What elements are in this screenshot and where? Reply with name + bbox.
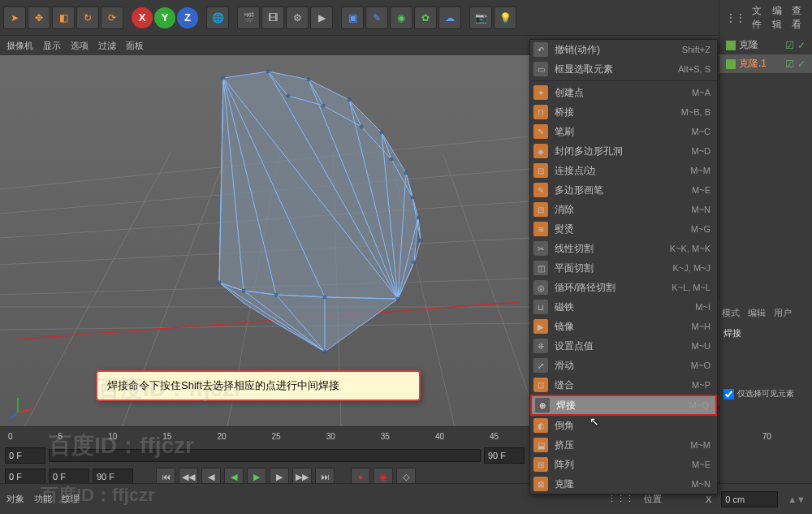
- svg-point-55: [390, 158, 394, 162]
- render-region-icon[interactable]: 🎞: [261, 6, 284, 29]
- context-menu-item[interactable]: ◐倒角: [530, 416, 717, 435]
- display-menu[interactable]: 显示: [43, 40, 61, 52]
- hierarchy-item[interactable]: 克隆.1 ☑✓: [719, 54, 812, 73]
- object-manager-header: ⋮⋮ 文件 编辑 查看: [719, 0, 812, 36]
- rotate-tool-icon[interactable]: ↻: [76, 6, 99, 29]
- end-frame-input[interactable]: [484, 447, 525, 464]
- filter-menu[interactable]: 过滤: [98, 40, 116, 52]
- svg-line-58: [18, 409, 32, 412]
- context-menu-item[interactable]: ◎循环/路径切割K~L, M~L: [530, 278, 717, 297]
- timeline-slider[interactable]: [49, 449, 481, 462]
- x-label: X: [706, 495, 711, 504]
- menu-item-shortcut: M~U: [691, 341, 710, 351]
- menu-item-icon: ◎: [533, 280, 548, 295]
- axis-x-button[interactable]: X: [132, 7, 153, 28]
- scale-tool-icon[interactable]: ◧: [52, 6, 75, 29]
- menu-item-label: 熨烫: [555, 222, 685, 236]
- context-menu-item[interactable]: ◫平面切割K~J, M~J: [530, 258, 717, 278]
- timeline-ruler[interactable]: 0510152025303540455055606570758085: [0, 427, 529, 445]
- context-menu-item[interactable]: ✂线性切割K~K, M~K: [530, 239, 717, 258]
- svg-point-56: [411, 196, 415, 200]
- object-label: 克隆.1: [739, 57, 767, 71]
- options-menu[interactable]: 选项: [71, 40, 89, 52]
- menu-item-label: 循环/路径切割: [555, 281, 665, 295]
- cube-primitive-icon[interactable]: ▣: [341, 6, 364, 29]
- context-menu-item[interactable]: ✎笔刷M~C: [530, 122, 717, 141]
- ruler-tick: 5: [58, 432, 63, 441]
- deformer-icon[interactable]: ✿: [414, 6, 437, 29]
- cloner-icon: [726, 59, 736, 69]
- render-settings-icon[interactable]: ⚙: [286, 6, 309, 29]
- start-frame-input[interactable]: [5, 447, 45, 464]
- coord-system-icon[interactable]: 🌐: [206, 6, 229, 29]
- only-visible-checkbox[interactable]: [723, 389, 734, 400]
- menu-item-icon: ⊡: [533, 163, 548, 178]
- context-menu-item[interactable]: ▶镜像M~H: [530, 317, 717, 336]
- generator-icon[interactable]: ◉: [390, 6, 412, 29]
- current-frame-input[interactable]: [49, 469, 89, 485]
- only-visible-label: 仅选择可见元素: [737, 388, 794, 400]
- context-menu-item[interactable]: ⬓挤压M~M: [530, 435, 717, 455]
- recent-tool-icon[interactable]: ⟳: [101, 6, 123, 29]
- context-menu-item[interactable]: ⁜设置点值M~U: [530, 336, 717, 356]
- context-menu-item[interactable]: ✎多边形画笔M~E: [530, 180, 717, 200]
- context-menu-item[interactable]: ⊕焊接M~Q: [530, 395, 717, 416]
- context-menu-item[interactable]: ⊞阵列M~E: [530, 455, 717, 474]
- menu-item-shortcut: M~P: [692, 380, 710, 390]
- tab-function[interactable]: 功能: [34, 493, 52, 505]
- camera-icon[interactable]: 📷: [469, 6, 492, 29]
- panel-menu[interactable]: 面板: [126, 40, 144, 52]
- context-menu-item[interactable]: ⊟消除M~N: [530, 200, 717, 219]
- context-menu-item[interactable]: ⤢滑动M~O: [530, 356, 717, 375]
- x-value-input[interactable]: [721, 491, 778, 508]
- picture-viewer-icon[interactable]: ▶: [310, 6, 333, 29]
- context-menu-item[interactable]: ≋熨烫M~G: [530, 219, 717, 239]
- user-tab[interactable]: 用户: [774, 307, 792, 319]
- environment-icon[interactable]: ☁: [438, 6, 461, 29]
- select-tool-icon[interactable]: ➤: [3, 6, 26, 29]
- range-start-input[interactable]: [5, 469, 45, 485]
- menu-item-shortcut: M~G: [691, 224, 710, 234]
- context-menu-item[interactable]: ▭框显选取元素Alt+S, S: [530, 59, 717, 79]
- edit-menu[interactable]: 编辑: [772, 4, 786, 32]
- context-menu-item[interactable]: ⊔磁铁M~I: [530, 297, 717, 317]
- axis-y-button[interactable]: Y: [154, 7, 175, 28]
- context-menu-item[interactable]: ↶撤销(动作)Shift+Z: [530, 40, 717, 59]
- tab-object[interactable]: 对象: [6, 493, 24, 505]
- menu-item-shortcut: M~M: [690, 440, 710, 450]
- edit-tab[interactable]: 编辑: [748, 307, 766, 319]
- light-icon[interactable]: 💡: [494, 6, 516, 29]
- context-menu-item[interactable]: ⊡缝合M~P: [530, 375, 717, 395]
- mode-tab[interactable]: 模式: [722, 307, 740, 319]
- menu-item-label: 桥接: [555, 106, 675, 119]
- menu-item-icon: ≋: [533, 222, 548, 236]
- move-tool-icon[interactable]: ✥: [28, 6, 50, 29]
- tooltip-callout: 焊接命令下按住Shift去选择相应的点进行中间焊接: [96, 370, 421, 401]
- context-menu-item[interactable]: ◈封闭多边形孔洞M~D: [530, 141, 717, 161]
- menu-item-icon: ⤢: [533, 358, 548, 373]
- view-menu[interactable]: 查看: [792, 4, 806, 32]
- menu-item-icon: ✎: [533, 183, 548, 197]
- file-menu[interactable]: 文件: [752, 4, 766, 32]
- menu-item-icon: ⁜: [533, 339, 548, 353]
- menu-item-label: 磁铁: [555, 300, 689, 314]
- spline-icon[interactable]: ✎: [365, 6, 388, 29]
- menu-item-icon: ⬓: [533, 438, 548, 452]
- menu-item-icon: ✦: [533, 85, 548, 100]
- menu-item-shortcut: Alt+S, S: [678, 64, 710, 74]
- range-end-input[interactable]: [93, 469, 133, 485]
- ruler-tick: 25: [272, 432, 281, 441]
- menu-item-shortcut: M~O: [691, 361, 710, 370]
- render-icon[interactable]: 🎬: [237, 6, 260, 29]
- context-menu-item[interactable]: ⊓桥接M~B, B: [530, 102, 717, 122]
- context-menu-item[interactable]: ⊠克隆M~N: [530, 474, 717, 494]
- menu-item-icon: ◫: [533, 261, 548, 275]
- camera-menu[interactable]: 摄像机: [6, 40, 33, 52]
- svg-point-44: [417, 216, 421, 220]
- tab-texture[interactable]: 纹理: [62, 493, 80, 505]
- hierarchy-item[interactable]: 克隆 ☑✓: [719, 36, 812, 54]
- context-menu-item[interactable]: ✦创建点M~A: [530, 83, 717, 102]
- axis-z-button[interactable]: Z: [177, 7, 198, 28]
- perspective-viewport[interactable]: 焊接命令下按住Shift去选择相应的点进行中间焊接: [0, 55, 529, 427]
- context-menu-item[interactable]: ⊡连接点/边M~M: [530, 161, 717, 180]
